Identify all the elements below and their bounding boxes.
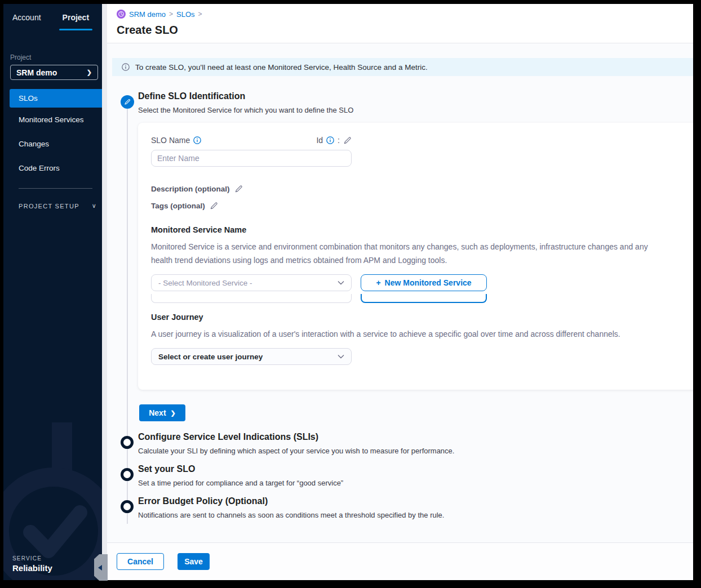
sidebar-item-monitored-services[interactable]: Monitored Services <box>3 108 102 132</box>
scope-tabs: Account Project <box>3 4 102 28</box>
user-journey-row: Select or create user journey <box>151 348 693 365</box>
step-3-indicator <box>121 468 134 481</box>
cancel-button[interactable]: Cancel <box>117 553 164 570</box>
user-journey-heading: User Journey <box>151 313 693 322</box>
user-journey-select-value: Select or create user journey <box>158 353 263 361</box>
project-selector-value: SRM demo <box>16 68 57 77</box>
save-button[interactable]: Save <box>178 553 210 570</box>
sidebar-item-code-errors[interactable]: Code Errors <box>3 156 102 180</box>
id-colon: : <box>338 136 340 145</box>
description-label-text: Description (optional) <box>151 185 230 193</box>
chevron-down-icon <box>338 280 344 285</box>
tab-account[interactable]: Account <box>12 13 41 28</box>
user-journey-select[interactable]: Select or create user journey <box>151 348 352 365</box>
slo-id-label: Id : <box>316 136 352 145</box>
module-tag: SERVICE Reliability <box>12 555 52 573</box>
id-label-text: Id <box>316 136 323 145</box>
monitored-service-description: Monitored Service is a service and envir… <box>151 240 663 267</box>
srm-module-icon <box>117 10 126 19</box>
project-selector[interactable]: SRM demo ❯ <box>10 65 98 80</box>
monitored-service-heading: Monitored Service Name <box>151 225 693 234</box>
next-button[interactable]: Next ❯ <box>139 404 185 421</box>
sidebar-item-project-setup[interactable]: PROJECT SETUP ∨ <box>19 202 102 210</box>
tab-project[interactable]: Project <box>63 13 89 28</box>
new-monitored-service-button[interactable]: + New Monitored Service <box>361 274 487 291</box>
sidebar-collapse-button[interactable] <box>94 554 108 581</box>
plus-icon: + <box>376 278 380 287</box>
step-3-subtitle: Set a time period for compliance and a t… <box>138 479 343 487</box>
slo-name-label: SLO Name <box>151 136 201 145</box>
breadcrumb: SRM demo > SLOs > <box>117 10 693 19</box>
info-icon[interactable] <box>326 136 334 144</box>
collapse-arrow-icon <box>98 565 102 571</box>
page-header: SRM demo > SLOs > Create SLO <box>107 4 693 43</box>
info-banner-text: To create SLO, you'll need at least one … <box>135 63 428 72</box>
chevron-right-icon: ❯ <box>87 69 92 76</box>
app-window: Account Project Project SRM demo ❯ SLOs … <box>3 4 693 580</box>
info-icon <box>122 63 130 71</box>
chevron-down-icon: ∨ <box>92 202 96 210</box>
slo-identification-card: SLO Name Id : Description (optional) <box>138 123 693 390</box>
project-setup-label: PROJECT SETUP <box>19 203 79 210</box>
button-ghost <box>361 294 487 303</box>
step-2-title: Configure Service Level Indications (SLI… <box>138 432 318 442</box>
sidebar-divider <box>19 188 92 189</box>
step-4-indicator <box>121 500 134 513</box>
step-4-subtitle: Notifications are sent to channels as so… <box>138 511 444 519</box>
page-title: Create SLO <box>117 24 693 37</box>
step-1-subtitle: Select the Monitored Service for which y… <box>138 106 353 114</box>
footer-actions: Cancel Save <box>107 542 693 580</box>
scroll-area: To create SLO, you'll need at least one … <box>107 43 693 542</box>
info-icon[interactable] <box>193 136 201 144</box>
ghost-row <box>151 294 693 303</box>
next-button-label: Next <box>149 408 166 417</box>
edit-id-pencil-icon[interactable] <box>343 136 352 145</box>
select-ghost <box>151 294 352 303</box>
breadcrumb-link-project[interactable]: SRM demo <box>129 10 166 19</box>
description-toggle[interactable]: Description (optional) <box>151 185 693 193</box>
slo-name-input[interactable] <box>151 150 352 167</box>
user-journey-description: A user journey is a visualization of a u… <box>151 327 692 341</box>
new-monitored-service-label: New Monitored Service <box>385 278 472 287</box>
step-1-title: Define SLO Identification <box>138 91 245 101</box>
module-kicker: SERVICE <box>12 555 52 562</box>
edit-description-pencil-icon[interactable] <box>234 185 243 193</box>
step-1-indicator <box>121 95 134 109</box>
breadcrumb-link-slos[interactable]: SLOs <box>176 10 195 19</box>
step-3-title: Set your SLO <box>138 464 195 474</box>
monitored-service-select-placeholder: - Select Monitored Service - <box>158 279 252 287</box>
project-label: Project <box>10 54 102 61</box>
breadcrumb-separator: > <box>198 10 202 18</box>
info-banner: To create SLO, you'll need at least one … <box>112 58 693 76</box>
sidebar-gutter <box>102 4 107 580</box>
breadcrumb-separator: > <box>169 10 173 18</box>
chevron-right-icon: ❯ <box>171 409 176 417</box>
sidebar-item-slos[interactable]: SLOs <box>10 89 102 108</box>
slo-name-label-text: SLO Name <box>151 136 190 145</box>
main-content: SRM demo > SLOs > Create SLO To create S… <box>107 4 693 580</box>
monitored-service-select[interactable]: - Select Monitored Service - <box>151 274 352 291</box>
tags-toggle[interactable]: Tags (optional) <box>151 202 693 210</box>
step-4-title: Error Budget Policy (Optional) <box>138 496 268 506</box>
edit-tags-pencil-icon[interactable] <box>210 202 218 210</box>
step-2-subtitle: Calculate your SLI by defining which asp… <box>138 447 454 455</box>
step-2-indicator <box>121 436 134 449</box>
module-name: Reliability <box>12 563 52 573</box>
tags-label-text: Tags (optional) <box>151 202 205 210</box>
sidebar: Account Project Project SRM demo ❯ SLOs … <box>3 4 102 580</box>
pencil-icon <box>124 99 131 105</box>
sidebar-item-changes[interactable]: Changes <box>3 132 102 156</box>
name-id-row: SLO Name Id : <box>151 136 352 145</box>
chevron-down-icon <box>338 354 344 359</box>
step-connector-line <box>127 109 128 524</box>
monitored-service-row: - Select Monitored Service - + New Monit… <box>151 274 693 291</box>
